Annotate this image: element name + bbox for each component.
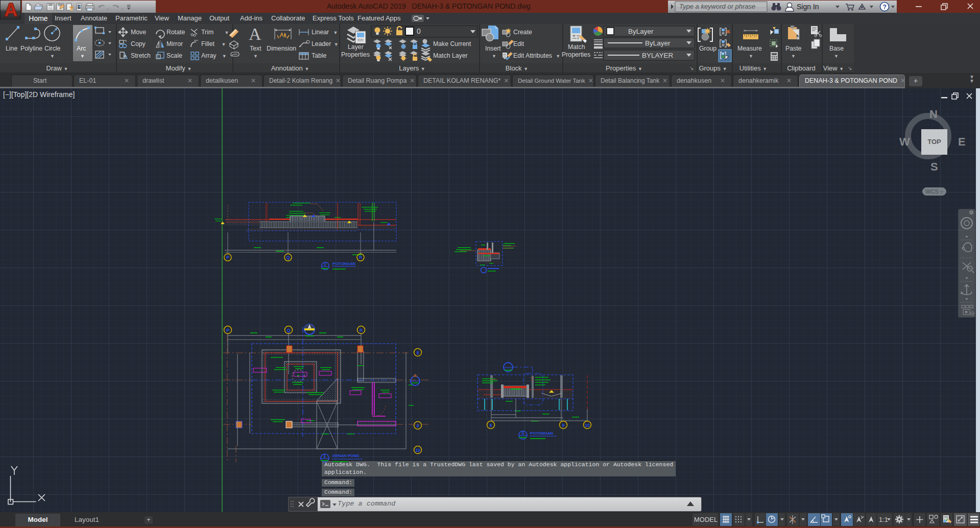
svg-text:9: 9 [562, 423, 565, 428]
svg-text:?: ? [883, 4, 887, 11]
svg-text:DENAH POND: DENAH POND [332, 453, 360, 458]
svg-text:10: 10 [415, 448, 420, 453]
svg-text:P: P [226, 328, 229, 333]
svg-text:R: R [359, 255, 362, 260]
svg-text:2: 2 [324, 262, 326, 267]
svg-text:MODEL: MODEL [694, 516, 718, 523]
svg-text:0: 0 [417, 27, 421, 35]
svg-text:Q: Q [287, 328, 291, 333]
svg-text:Q: Q [286, 255, 290, 260]
svg-text:Sign In: Sign In [797, 3, 819, 11]
svg-text:8: 8 [417, 350, 419, 355]
svg-text:ByLayer: ByLayer [645, 39, 671, 47]
svg-text:3: 3 [521, 430, 524, 436]
svg-text:POTONGAN: POTONGAN [332, 261, 355, 266]
svg-text:10: 10 [585, 423, 590, 428]
svg-text:ByLayer: ByLayer [628, 28, 654, 35]
svg-text:1: 1 [323, 453, 326, 459]
svg-text:8: 8 [490, 423, 492, 428]
svg-text:Type a keyword or phrase: Type a keyword or phrase [679, 3, 755, 10]
svg-text:BYLAYER: BYLAYER [642, 52, 674, 59]
svg-text:1:1: 1:1 [879, 516, 888, 523]
svg-text:▒: ▒ [503, 54, 506, 58]
svg-text:R: R [360, 328, 363, 333]
svg-text:POTONGAN: POTONGAN [530, 431, 553, 436]
svg-text:P: P [226, 255, 229, 260]
svg-text:A: A [249, 25, 261, 43]
